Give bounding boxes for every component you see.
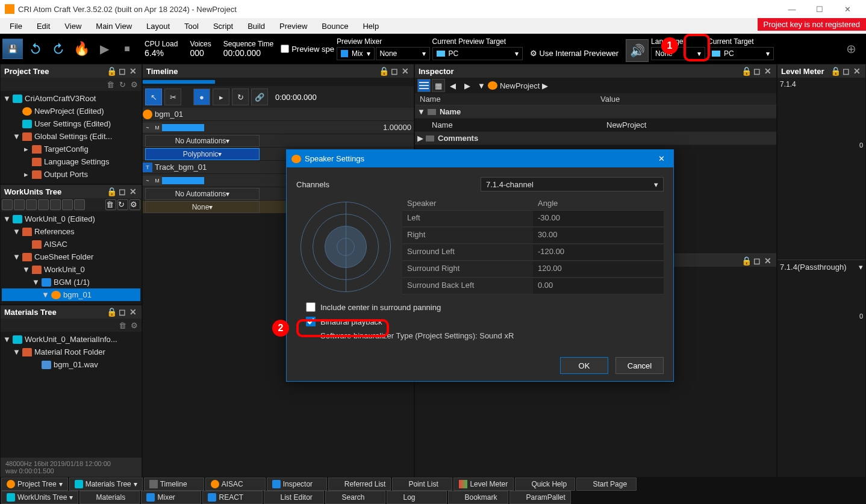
tab-materials[interactable]: Materials (79, 491, 140, 504)
snap-button[interactable]: ● (193, 89, 210, 105)
tab-materials-tree[interactable]: Materials Tree▾ (69, 478, 143, 491)
tab-search[interactable]: Search (325, 491, 385, 504)
trash-icon[interactable]: 🗑 (105, 79, 115, 89)
tab-project-tree[interactable]: Project Tree▾ (1, 478, 68, 491)
loop-button[interactable]: ↻ (232, 89, 249, 105)
tab-level-meter[interactable]: Level Meter (453, 478, 514, 491)
cut-tool-button[interactable]: ✂ (164, 89, 181, 105)
tab-aisac[interactable]: AISAC (205, 478, 266, 491)
preview-speed-checkbox[interactable]: Preview spe (281, 45, 334, 54)
menu-edit[interactable]: Edit (30, 20, 57, 33)
menu-layout[interactable]: Layout (139, 20, 177, 33)
stop-button[interactable]: ■ (117, 39, 137, 59)
globe-button[interactable]: ⊕ (841, 39, 861, 59)
project-tree-panel: Project Tree 🔒◻✕ 🗑↻⚙ ▼CriAtomCraftV3Root… (0, 64, 142, 184)
menu-tool[interactable]: Tool (177, 20, 206, 33)
inspector-group-row[interactable]: ▶Comments (415, 132, 776, 145)
polyphonic-dropdown[interactable]: Polyphonic ▾ (145, 148, 260, 160)
lock-icon[interactable]: 🔒 (107, 66, 116, 76)
undo-button[interactable] (25, 39, 46, 59)
inspector-mode-2[interactable]: ▦ (432, 79, 445, 92)
window-maximize-button[interactable]: ☐ (806, 0, 833, 18)
save-button[interactable]: 💾 (2, 39, 23, 59)
dialog-ok-button[interactable]: OK (560, 357, 608, 374)
speaker-row[interactable]: Surround Left-120.00 (402, 244, 664, 261)
tab-bookmark[interactable]: Bookmark (448, 491, 508, 504)
gear-icon[interactable]: ⚙ (129, 79, 139, 89)
menu-view[interactable]: View (57, 20, 89, 33)
preview-mixer-none-select[interactable]: None▾ (376, 47, 430, 60)
close-icon[interactable]: ✕ (128, 66, 138, 76)
menu-preview[interactable]: Preview (272, 20, 314, 33)
inspector-back[interactable]: ◀ (446, 79, 459, 92)
speaker-settings-dialog: Speaker Settings ✕ Channels 7.1.4-channe… (286, 149, 674, 382)
tab-referred-list[interactable]: Referred List (328, 478, 391, 491)
tab-list-editor[interactable]: List Editor (264, 491, 324, 504)
dialog-cancel-button[interactable]: Cancel (615, 357, 664, 374)
current-target-select[interactable]: PC▾ (708, 47, 774, 60)
automation-dropdown[interactable]: No Automations ▾ (145, 188, 260, 200)
current-target-dropdown: Current Target PC▾ (708, 37, 774, 60)
channels-select[interactable]: 7.1.4-channel▾ (481, 177, 664, 191)
dialog-titlebar[interactable]: Speaker Settings ✕ (287, 150, 673, 167)
speaker-row[interactable]: Surround Right120.00 (402, 261, 664, 278)
materials-tree[interactable]: ▼WorkUnit_0_MaterialInfo... ▼Material Ro… (1, 332, 142, 458)
tab-mixer[interactable]: Mixer (141, 491, 201, 504)
refresh-icon[interactable]: ↻ (117, 79, 127, 89)
tab-start-page[interactable]: Start Page (576, 478, 637, 491)
marker-button[interactable]: ▸ (213, 89, 229, 105)
project-tree[interactable]: ▼CriAtomCraftV3Root NewProject (Edited) … (1, 91, 142, 184)
inspector-property-row[interactable]: NameNewProject (415, 119, 776, 132)
speaker-row[interactable]: Surround Back Left0.00 (402, 278, 664, 295)
tab-parampallet[interactable]: ParamPallet (509, 491, 570, 504)
build-button[interactable]: 🔥 (71, 39, 92, 59)
mode-dropdown[interactable]: None ▾ (145, 201, 260, 213)
workunits-tree[interactable]: ▼WorkUnit_0 (Edited) ▼References AISAC ▼… (1, 211, 142, 304)
tab-workunits-tree[interactable]: WorkUnits Tree▾ (1, 491, 78, 504)
app-icon (5, 4, 14, 14)
level-meter-format: 7.1.4 (777, 78, 865, 91)
inspector-mode-1[interactable] (417, 79, 431, 92)
automation-dropdown[interactable]: No Automations ▾ (145, 135, 260, 147)
track-controls[interactable]: ~M 1.00000 (143, 121, 414, 134)
menu-file[interactable]: File (2, 20, 30, 33)
dialog-close-button[interactable]: ✕ (654, 154, 668, 163)
window-minimize-button[interactable]: — (778, 0, 806, 18)
menu-build[interactable]: Build (240, 20, 272, 33)
inspector-group-row[interactable]: ▼Name (415, 105, 776, 119)
tab-timeline[interactable]: Timeline (144, 478, 204, 491)
menu-main-view[interactable]: Main View (89, 20, 139, 33)
window-icon[interactable]: ◻ (117, 66, 127, 76)
current-preview-target-select[interactable]: PC▾ (432, 47, 523, 60)
speaker-polar-chart (296, 196, 395, 297)
select-tool-button[interactable]: ↖ (145, 89, 162, 105)
inspector-nav: ▦ ◀ ▶ ▼NewProject▶ (415, 78, 776, 93)
use-internal-previewer[interactable]: ⚙Use Internal Previewer (525, 44, 624, 62)
waveform-info: 48000Hz 16bit 2019/01/18 12:00:00 wav 0:… (3, 458, 144, 477)
include-center-checkbox[interactable]: Include center in surround panning (306, 302, 664, 312)
passthrough-select[interactable]: 7.1.4(Passthrough)▾ (777, 260, 865, 274)
workunits-filter-icons[interactable]: 🗑↻⚙ (1, 198, 142, 211)
speaker-row[interactable]: Right30.00 (402, 228, 664, 244)
tab-quick-help[interactable]: Quick Help (515, 478, 575, 491)
tab-react[interactable]: REACT (202, 491, 263, 504)
inspector-forward[interactable]: ▶ (461, 79, 474, 92)
menu-script[interactable]: Script (206, 20, 240, 33)
timeline-controls: ↖ ✂ ● ▸ ↻ 🔗 0:00:00.000 (143, 86, 414, 108)
tab-point-list[interactable]: Point List (392, 478, 452, 491)
inspector-breadcrumb[interactable]: NewProject (500, 81, 540, 90)
link-button[interactable]: 🔗 (251, 89, 268, 105)
speaker-row[interactable]: Left-30.00 (402, 211, 664, 228)
menu-bounce[interactable]: Bounce (314, 20, 355, 33)
track-row[interactable]: bgm_01 (143, 108, 414, 121)
tab-log[interactable]: Log (387, 491, 447, 504)
play-button[interactable]: ▶ (94, 39, 114, 59)
tab-inspector[interactable]: Inspector (267, 478, 327, 491)
binaural-playback-checkbox[interactable]: Binaural playback (306, 317, 664, 326)
language-select[interactable]: None▾ (651, 47, 705, 60)
preview-mixer-mix-select[interactable]: Mix▾ (337, 47, 375, 60)
speaker-settings-button[interactable]: 🔊 (626, 39, 649, 62)
window-close-button[interactable]: ✕ (833, 0, 861, 18)
menu-help[interactable]: Help (355, 20, 386, 33)
redo-button[interactable] (48, 39, 69, 59)
